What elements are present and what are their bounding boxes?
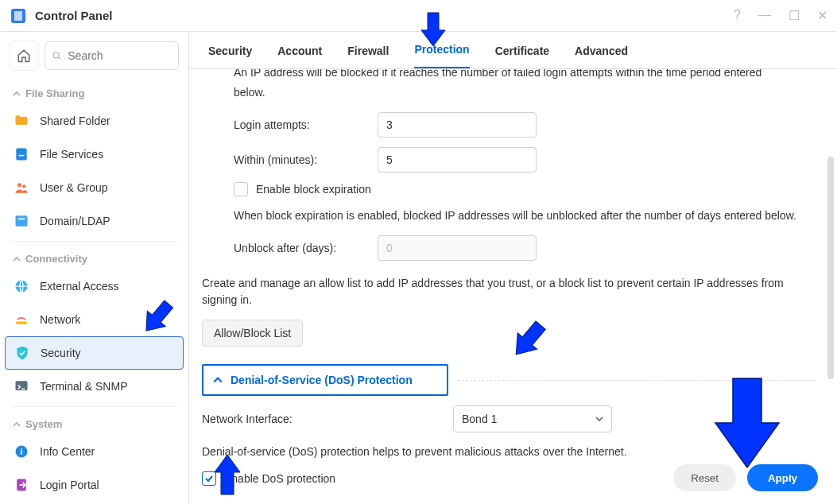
svg-rect-5 [19, 155, 25, 157]
external-access-icon [13, 277, 30, 295]
tab-security[interactable]: Security [208, 45, 252, 68]
svg-rect-11 [16, 322, 26, 324]
dos-protection-section-header[interactable]: Denial-of-Service (DoS) Protection [202, 364, 448, 396]
sidebar-item-security[interactable]: Security [5, 336, 184, 370]
home-button[interactable] [10, 41, 38, 70]
check-icon [204, 474, 214, 483]
info-icon: i [13, 443, 30, 460]
sidebar-item-external-access[interactable]: External Access [0, 269, 188, 303]
file-services-icon [13, 145, 30, 163]
enable-dos-checkbox[interactable] [202, 471, 216, 486]
sidebar-item-label: Terminal & SNMP [40, 380, 127, 393]
window-title: Control Panel [35, 9, 726, 22]
chevron-up-icon [13, 421, 21, 428]
help-icon[interactable]: ? [734, 8, 741, 23]
section-label: File Sharing [25, 87, 84, 99]
sidebar-item-file-services[interactable]: File Services [0, 138, 188, 171]
enable-dos-label: Enable DoS protection [224, 472, 335, 485]
sidebar-item-label: Domain/LDAP [40, 215, 110, 227]
chevron-up-icon [13, 255, 21, 263]
domain-icon [13, 212, 30, 230]
sidebar-item-label: Shared Folder [40, 114, 110, 127]
svg-rect-9 [18, 219, 25, 220]
chevron-up-icon [213, 375, 223, 385]
svg-rect-4 [16, 149, 26, 161]
enable-block-expiration-label: Enable block expiration [256, 183, 371, 196]
tab-account[interactable]: Account [277, 45, 322, 68]
network-icon [13, 311, 30, 328]
sidebar-item-label: Info Center [40, 445, 95, 458]
titlebar: Control Panel ? — ☐ ✕ [0, 0, 837, 32]
svg-line-3 [59, 57, 60, 59]
footer: Reset Apply [654, 452, 837, 504]
vertical-scrollbar[interactable] [827, 157, 834, 379]
sidebar-item-label: External Access [40, 280, 119, 293]
search-field[interactable] [45, 41, 179, 70]
terminal-icon [13, 378, 30, 395]
divider [11, 406, 177, 407]
unblock-after-label: Unblock after (days): [234, 242, 365, 254]
close-icon[interactable]: ✕ [817, 8, 827, 23]
apply-button[interactable]: Apply [747, 464, 818, 491]
user-group-icon [13, 179, 30, 196]
sidebar: File Sharing Shared Folder File Services… [0, 32, 189, 504]
network-interface-label: Network Interface: [202, 413, 440, 425]
login-portal-icon [13, 476, 30, 494]
network-interface-select[interactable]: Bond 1 [453, 405, 612, 432]
tab-firewall[interactable]: Firewall [347, 45, 389, 68]
svg-rect-8 [16, 215, 28, 226]
section-divider [458, 380, 815, 381]
sidebar-item-label: File Services [40, 148, 103, 161]
allow-block-list-button[interactable]: Allow/Block List [202, 320, 303, 347]
section-head-file-sharing[interactable]: File Sharing [0, 79, 188, 104]
tab-protection[interactable]: Protection [414, 43, 469, 68]
sidebar-item-user-group[interactable]: User & Group [0, 171, 188, 204]
select-value: Bond 1 [462, 413, 497, 425]
tab-advanced[interactable]: Advanced [575, 45, 628, 68]
tab-certificate[interactable]: Certificate [495, 45, 549, 68]
block-expiration-desc: When block expiration is enabled, blocke… [234, 207, 815, 224]
minimize-icon[interactable]: — [758, 8, 771, 23]
chevron-down-icon [595, 415, 603, 423]
sidebar-item-label: Security [41, 347, 81, 359]
dos-header-label: Denial-of-Service (DoS) Protection [231, 374, 413, 386]
svg-point-6 [17, 183, 21, 187]
svg-rect-1 [14, 11, 22, 21]
login-attempts-label: Login attempts: [234, 118, 365, 131]
sidebar-item-terminal-snmp[interactable]: Terminal & SNMP [0, 370, 188, 403]
autoblock-desc-line: An IP address will be blocked if it reac… [234, 69, 815, 81]
sidebar-item-shared-folder[interactable]: Shared Folder [0, 104, 188, 138]
sidebar-item-label: Network [40, 313, 80, 326]
enable-block-expiration-checkbox[interactable] [234, 182, 248, 196]
divider [11, 241, 177, 242]
autoblock-desc-below: below. [234, 84, 815, 101]
content-area: Security Account Firewall Protection Cer… [189, 32, 837, 504]
chevron-up-icon [13, 90, 21, 98]
sidebar-item-login-portal[interactable]: Login Portal [0, 468, 188, 502]
login-attempts-input[interactable] [378, 112, 537, 138]
svg-point-2 [53, 52, 59, 58]
allow-block-desc: Create and manage an allow list to add I… [202, 275, 815, 308]
sidebar-item-label: User & Group [40, 181, 108, 194]
sidebar-item-network[interactable]: Network [0, 303, 188, 336]
shield-icon [14, 344, 31, 362]
tabs: Security Account Firewall Protection Cer… [189, 32, 837, 69]
within-minutes-input[interactable] [378, 147, 537, 173]
svg-text:i: i [20, 447, 22, 456]
svg-point-7 [22, 184, 25, 188]
sidebar-item-label: Login Portal [40, 479, 99, 491]
unblock-after-input [378, 235, 537, 261]
search-input[interactable] [66, 48, 172, 63]
sidebar-item-info-center[interactable]: i Info Center [0, 435, 188, 468]
reset-button[interactable]: Reset [673, 464, 736, 491]
section-head-system[interactable]: System [0, 410, 188, 435]
folder-icon [13, 112, 30, 130]
sidebar-item-domain-ldap[interactable]: Domain/LDAP [0, 204, 188, 238]
app-icon [10, 7, 27, 25]
section-label: Connectivity [25, 253, 87, 265]
within-minutes-label: Within (minutes): [234, 153, 365, 166]
maximize-icon[interactable]: ☐ [789, 8, 800, 23]
section-head-connectivity[interactable]: Connectivity [0, 245, 188, 269]
section-label: System [25, 418, 62, 430]
